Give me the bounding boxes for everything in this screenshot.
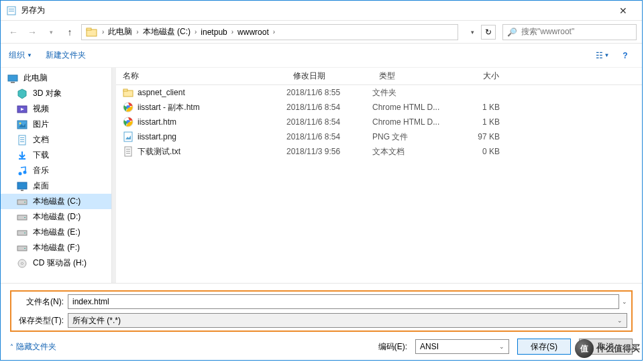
sidebar-item[interactable]: 图片: [1, 117, 111, 132]
encoding-label: 编码(E):: [378, 341, 407, 353]
disk-icon: [17, 196, 28, 207]
file-row[interactable]: iisstart.htm2018/11/6 8:54Chrome HTML D.…: [116, 115, 642, 129]
col-size[interactable]: 大小: [453, 70, 506, 82]
titlebar: 另存为 ✕: [1, 1, 642, 21]
file-date: 2018/11/3 9:56: [286, 147, 372, 156]
file-row[interactable]: aspnet_client2018/11/6 8:55文件夹: [116, 85, 642, 100]
svg-rect-15: [20, 139, 24, 140]
file-row[interactable]: iisstart.png2018/11/6 8:54PNG 文件97 KB: [116, 129, 642, 144]
svg-rect-21: [21, 190, 23, 191]
sidebar-item[interactable]: 本地磁盘 (C:): [1, 194, 111, 209]
file-name: 下载测试.txt: [138, 146, 180, 158]
help-button[interactable]: ?: [616, 48, 634, 63]
svg-rect-41: [126, 149, 130, 149]
file-date: 2018/11/6 8:54: [286, 103, 372, 112]
chevron-right-icon[interactable]: ›: [193, 28, 198, 36]
sidebar-item[interactable]: 视频: [1, 101, 111, 117]
crumb-wwwroot[interactable]: wwwroot: [235, 27, 272, 37]
sidebar-item[interactable]: 3D 对象: [1, 86, 111, 101]
sidebar-item[interactable]: 本地磁盘 (F:): [1, 240, 111, 255]
history-dropdown[interactable]: ▾: [465, 25, 480, 40]
sidebar-item[interactable]: 下载: [1, 147, 111, 163]
disk-icon: [17, 212, 28, 223]
col-name[interactable]: 名称: [116, 70, 286, 82]
chevron-down-icon: ▼: [27, 52, 32, 58]
file-name: iisstart.png: [138, 132, 176, 141]
organize-menu[interactable]: 组织 ▼: [9, 50, 32, 61]
col-date[interactable]: 修改日期: [286, 70, 372, 82]
folder-icon: [86, 26, 98, 38]
search-input[interactable]: 🔍 搜索"wwwroot": [502, 24, 637, 40]
watermark: 值 什么值得买: [575, 339, 640, 358]
sidebar-item[interactable]: 本地磁盘 (D:): [1, 209, 111, 225]
png-icon: [123, 131, 133, 142]
file-size: 97 KB: [453, 132, 506, 141]
up-button[interactable]: ↑: [62, 25, 77, 40]
filename-input[interactable]: [68, 294, 619, 309]
chrome-icon: [123, 117, 133, 127]
save-button[interactable]: 保存(S): [517, 339, 571, 355]
address-bar[interactable]: › 此电脑 › 本地磁盘 (C:) › inetpub › wwwroot ›: [81, 24, 458, 40]
sidebar-item[interactable]: 本地磁盘 (E:): [1, 225, 111, 240]
sidebar-item[interactable]: CD 驱动器 (H:): [1, 255, 111, 271]
back-button[interactable]: ←: [6, 25, 21, 40]
file-name: iisstart.htm: [138, 117, 176, 127]
filetype-combo[interactable]: 所有文件 (*.*) ⌄: [68, 313, 627, 328]
sidebar-item[interactable]: 桌面: [1, 178, 111, 194]
sidebar-item[interactable]: 此电脑: [1, 70, 111, 86]
file-size: 1 KB: [453, 117, 506, 127]
file-type: Chrome HTML D...: [372, 117, 453, 127]
filename-dropdown[interactable]: ⌄: [622, 298, 627, 305]
file-row[interactable]: iisstart - 副本.htm2018/11/6 8:54Chrome HT…: [116, 100, 642, 115]
bottom-panel: 文件名(N): ⌄ 保存类型(T): 所有文件 (*.*) ⌄ ˄ 隐藏文件夹 …: [1, 283, 642, 360]
chevron-up-icon: ˄: [10, 343, 13, 351]
sidebar-item[interactable]: 文档: [1, 132, 111, 147]
hide-folders-link[interactable]: ˄ 隐藏文件夹: [10, 341, 56, 353]
filename-label: 文件名(N):: [15, 296, 68, 308]
sidebar-item[interactable]: 音乐: [1, 163, 111, 178]
download-icon: [17, 150, 28, 161]
sidebar-item-label: 本地磁盘 (D:): [33, 211, 80, 223]
svg-marker-7: [18, 89, 26, 99]
svg-rect-43: [126, 153, 130, 154]
chevron-down-icon: ⌄: [617, 317, 623, 324]
file-date: 2018/11/6 8:55: [286, 88, 372, 97]
search-placeholder: 搜索"wwwroot": [521, 26, 574, 38]
refresh-button[interactable]: ↻: [481, 25, 496, 40]
file-list: aspnet_client2018/11/6 8:55文件夹iisstart -…: [116, 85, 642, 283]
video-icon: [17, 104, 28, 115]
sidebar-item-label: 音乐: [33, 165, 49, 176]
file-name: iisstart - 副本.htm: [138, 102, 200, 113]
sidebar-item-label: 本地磁盘 (F:): [33, 242, 80, 253]
highlight-box: 文件名(N): ⌄ 保存类型(T): 所有文件 (*.*) ⌄: [10, 290, 633, 332]
new-folder-button[interactable]: 新建文件夹: [46, 50, 86, 61]
file-type: 文本文档: [372, 146, 453, 158]
crumb-pc[interactable]: 此电脑: [105, 26, 135, 38]
close-button[interactable]: ✕: [610, 5, 637, 16]
chevron-right-icon[interactable]: ›: [230, 28, 235, 36]
cd-icon: [17, 258, 28, 269]
forward-button[interactable]: →: [25, 25, 40, 40]
sidebar-item-label: 下载: [33, 149, 49, 161]
pc-icon: [7, 73, 18, 84]
file-size: 1 KB: [453, 103, 506, 112]
sidebar-item-label: CD 驱动器 (H:): [33, 257, 87, 269]
chevron-right-icon[interactable]: ›: [135, 28, 140, 36]
recent-dropdown[interactable]: ▾: [44, 25, 58, 40]
file-pane: 名称 修改日期 类型 大小 aspnet_client2018/11/6 8:5…: [116, 68, 642, 283]
svg-rect-16: [20, 141, 24, 142]
music-icon: [17, 166, 28, 176]
file-row[interactable]: 下载测试.txt2018/11/3 9:56文本文档0 KB: [116, 144, 642, 159]
view-menu[interactable]: ☷ ▼: [594, 48, 611, 63]
file-type: Chrome HTML D...: [372, 103, 453, 112]
watermark-icon: 值: [575, 339, 594, 358]
col-type[interactable]: 类型: [372, 70, 453, 82]
crumb-c[interactable]: 本地磁盘 (C:): [140, 26, 193, 38]
chevron-right-icon[interactable]: ›: [101, 28, 105, 36]
chevron-right-icon[interactable]: ›: [272, 28, 276, 36]
encoding-combo[interactable]: ANSI ⌄: [415, 339, 509, 354]
svg-point-18: [19, 172, 22, 175]
crumb-inetpub[interactable]: inetpub: [198, 27, 229, 37]
svg-point-19: [23, 170, 27, 174]
file-header: 名称 修改日期 类型 大小: [116, 68, 642, 85]
